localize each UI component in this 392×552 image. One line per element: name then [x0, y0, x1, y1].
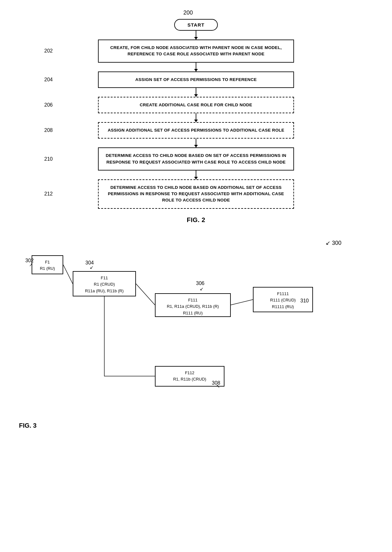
step-number-208: 208	[44, 127, 53, 133]
fig2-section: 200 START 202 CREATE, FOR CHILD NODE ASS…	[0, 0, 392, 233]
start-node: START	[174, 19, 218, 31]
step-number-212: 212	[44, 191, 53, 197]
arrow-2	[196, 63, 196, 71]
step-208-wrapper: 208 ASSIGN ADDITIONAL SET OF ACCESS PERM…	[25, 122, 367, 139]
step-204-wrapper: 204 ASSIGN SET OF ACCESS PERMISSIONS TO …	[25, 71, 367, 88]
arrow-3	[196, 88, 196, 97]
step-number-206: 206	[44, 102, 53, 108]
step-number-204: 204	[44, 77, 53, 83]
node-f11: F11 R1 (CRUD) R11a (RU), R11b (R)	[73, 271, 136, 296]
node-f11-content: F11 R1 (CRUD) R11a (RU), R11b (R)	[78, 275, 131, 295]
flow-box-212: DETERMINE ACCESS TO CHILD NODE BASED ON …	[98, 179, 294, 209]
flow-box-206: CREATE ADDITIONAL CASE ROLE FOR CHILD NO…	[98, 97, 294, 113]
fig3-section: ↙ 300 F1 R1 (RU) 302 ↗ F11 R1 (CRUD) R11…	[0, 233, 392, 436]
step-206-wrapper: 206 CREATE ADDITIONAL CASE ROLE FOR CHIL…	[25, 97, 367, 113]
step-number-202: 202	[44, 48, 53, 54]
arrow-4	[196, 113, 196, 122]
flow-box-210: DETERMINE ACCESS TO CHILD NODE BASED ON …	[98, 147, 294, 171]
node-f111: F111 R1, R11a (CRUD), R11b (R) R111 (RU)	[155, 293, 231, 317]
arrow-6	[196, 171, 196, 179]
arrow-5	[196, 139, 196, 147]
svg-line-1	[136, 284, 155, 305]
fig3-caption: FIG. 3	[19, 422, 37, 429]
step-202-wrapper: 202 CREATE, FOR CHILD NODE ASSOCIATED WI…	[25, 40, 367, 63]
svg-line-2	[231, 300, 253, 305]
flowchart: START 202 CREATE, FOR CHILD NODE ASSOCIA…	[25, 13, 367, 209]
node-f1: F1 R1 (RU)	[32, 255, 63, 274]
svg-line-0	[63, 265, 73, 284]
step-210-wrapper: 210 DETERMINE ACCESS TO CHILD NODE BASED…	[25, 147, 367, 171]
flow-box-208: ASSIGN ADDITIONAL SET OF ACCESS PERMISSI…	[98, 122, 294, 139]
arrow-302: ↗	[29, 262, 33, 267]
arrow-304: ↙	[90, 265, 94, 270]
node-f112-content: F112 R1, R11b (CRUD)	[160, 370, 219, 383]
flow-box-204: ASSIGN SET OF ACCESS PERMISSIONS TO REFE…	[98, 71, 294, 88]
node-f1-content: F1 R1 (RU)	[37, 259, 58, 272]
connector-lines	[22, 239, 370, 423]
arrow-306: ↙	[200, 286, 204, 291]
fig2-caption: FIG. 2	[25, 216, 367, 224]
step-212-wrapper: 212 DETERMINE ACCESS TO CHILD NODE BASED…	[25, 179, 367, 209]
arrow-1	[196, 31, 196, 40]
arrow-308: ↖	[216, 384, 220, 389]
fig3-diagram: F1 R1 (RU) 302 ↗ F11 R1 (CRUD) R11a (RU)…	[22, 239, 370, 423]
node-f111-content: F111 R1, R11a (CRUD), R11b (R) R111 (RU)	[160, 297, 226, 317]
node-label-306: 306	[196, 281, 205, 286]
node-label-310: 310	[300, 298, 309, 304]
flow-box-202: CREATE, FOR CHILD NODE ASSOCIATED WITH P…	[98, 40, 294, 63]
step-number-210: 210	[44, 156, 53, 162]
